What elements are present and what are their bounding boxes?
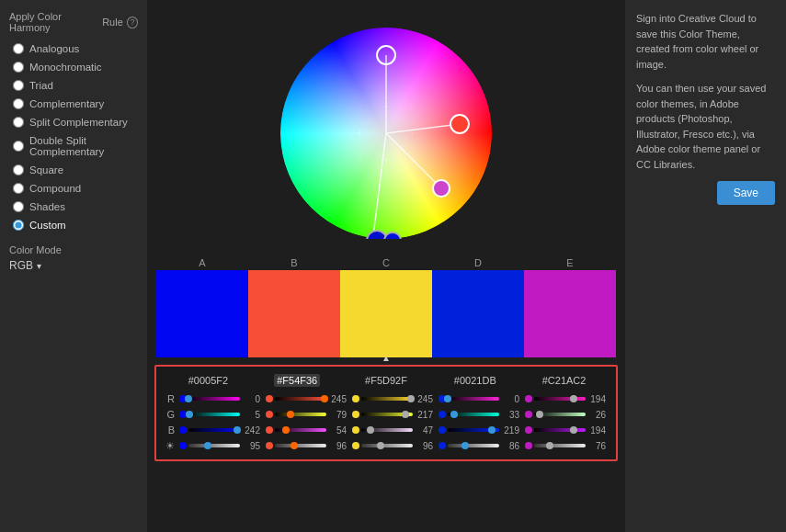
channel-thumb-R-4[interactable]	[570, 395, 577, 402]
channel-track-R-0[interactable]	[188, 397, 240, 401]
channel-track-B-3[interactable]	[448, 428, 499, 432]
radio-item-triad[interactable]: Triad	[9, 77, 138, 94]
channel-dot-G-2	[352, 411, 359, 418]
channel-group-B-2: 47	[349, 425, 436, 436]
channel-thumb-B-4[interactable]	[570, 426, 577, 434]
channel-track-G-3[interactable]	[448, 413, 499, 416]
channel-thumb-L-0[interactable]	[204, 442, 211, 449]
channel-value-L-2: 96	[415, 441, 433, 451]
radio-item-double-split-complementary[interactable]: Double Split Complementary	[9, 132, 138, 160]
channel-label-L: ☀	[164, 440, 175, 452]
channel-value-R-4: 194	[587, 394, 606, 404]
radio-item-split-complementary[interactable]: Split Complementary	[9, 114, 138, 130]
channel-value-L-4: 76	[587, 441, 606, 451]
help-icon[interactable]: ?	[127, 17, 138, 28]
swatch-expand-arrow: ▲	[382, 353, 391, 363]
channel-thumb-G-2[interactable]	[402, 411, 409, 418]
channel-thumb-G-0[interactable]	[186, 411, 193, 418]
hex-value-3: #0021DB	[454, 375, 496, 386]
channel-thumb-B-1[interactable]	[282, 426, 290, 434]
save-button[interactable]: Save	[717, 181, 775, 205]
handle-top[interactable]	[377, 46, 395, 64]
channel-track-G-4[interactable]	[534, 413, 586, 416]
handle-bottom-2[interactable]	[384, 232, 401, 239]
channel-track-G-0[interactable]	[188, 413, 240, 416]
swatch-E[interactable]	[524, 270, 616, 357]
swatch-C[interactable]: ▲	[340, 270, 432, 357]
channel-thumb-G-1[interactable]	[287, 411, 294, 418]
radio-item-custom[interactable]: Custom	[9, 217, 138, 233]
radio-item-complementary[interactable]: Complementary	[9, 96, 138, 112]
radio-item-analogous[interactable]: Analogous	[9, 40, 138, 57]
channel-thumb-R-0[interactable]	[185, 395, 192, 402]
color-wheel-container[interactable]	[280, 28, 492, 239]
channel-track-B-0[interactable]	[188, 428, 240, 432]
channel-dot-B-0	[179, 426, 187, 434]
channel-track-L-4[interactable]	[534, 444, 586, 447]
radio-item-monochromatic[interactable]: Monochromatic	[9, 59, 138, 75]
channel-group-L-4: 76	[522, 441, 609, 451]
channel-thumb-L-1[interactable]	[290, 442, 298, 449]
channel-thumb-R-2[interactable]	[407, 395, 415, 402]
channel-group-B-4: 194	[522, 425, 609, 436]
channel-thumb-R-3[interactable]	[444, 395, 451, 402]
hex-cell-2[interactable]: #F5D92F	[342, 374, 431, 387]
channel-track-L-1[interactable]	[275, 444, 326, 447]
channel-track-B-4[interactable]	[534, 428, 586, 432]
channel-track-L-2[interactable]	[361, 444, 413, 447]
channel-track-R-3[interactable]	[448, 397, 499, 401]
channel-track-R-1[interactable]	[275, 397, 326, 401]
handle-lower-right[interactable]	[433, 180, 450, 197]
handle-right[interactable]	[450, 115, 469, 133]
channel-group-R-4: 194	[522, 394, 609, 404]
channel-group-G-1: 79	[263, 410, 349, 420]
channel-group-L-1: 96	[263, 441, 349, 451]
color-mode-dropdown-arrow: ▾	[37, 261, 41, 271]
left-panel: Apply Color Harmony Rule ? AnalogousMono…	[0, 0, 147, 532]
channel-thumb-B-3[interactable]	[488, 426, 496, 434]
channel-value-B-3: 219	[501, 425, 519, 436]
hex-cell-4[interactable]: #C21AC2	[519, 374, 609, 387]
channel-track-G-2[interactable]	[361, 413, 413, 416]
color-mode-select[interactable]: RGB ▾	[9, 259, 138, 272]
channel-track-L-0[interactable]	[188, 444, 240, 447]
channel-group-B-1: 54	[263, 425, 349, 436]
harmony-label-custom: Custom	[29, 220, 66, 231]
channel-group-G-4: 26	[522, 410, 609, 420]
channel-thumb-G-4[interactable]	[536, 411, 543, 418]
channel-dot-L-4	[525, 442, 532, 449]
channel-thumb-L-3[interactable]	[461, 442, 469, 449]
wheel-area	[147, 0, 625, 257]
panel-subtitle-text: Rule	[102, 17, 123, 28]
harmony-label-shades: Shades	[29, 201, 65, 212]
channel-track-L-3[interactable]	[448, 444, 499, 447]
channel-thumb-L-4[interactable]	[546, 442, 553, 449]
swatch-label-C: C	[340, 257, 432, 268]
channel-thumb-R-1[interactable]	[321, 395, 328, 402]
channel-thumb-G-3[interactable]	[450, 411, 458, 418]
channel-track-B-2[interactable]	[361, 428, 413, 432]
hex-cell-0[interactable]: #0005F2	[164, 374, 253, 387]
hex-cell-3[interactable]: #0021DB	[430, 374, 519, 387]
channel-group-G-0: 5	[177, 410, 263, 420]
panel-title: Apply Color Harmony Rule ?	[9, 11, 138, 33]
radio-item-compound[interactable]: Compound	[9, 180, 138, 197]
radio-item-shades[interactable]: Shades	[9, 198, 138, 215]
channel-track-G-1[interactable]	[275, 413, 326, 416]
swatches-row[interactable]: ▲	[156, 270, 616, 357]
channel-group-R-2: 245	[349, 394, 436, 404]
channel-group-L-2: 96	[349, 441, 436, 451]
channel-track-R-2[interactable]	[361, 397, 413, 401]
channel-thumb-B-2[interactable]	[367, 426, 374, 434]
channel-thumb-B-0[interactable]	[234, 426, 241, 434]
radio-item-square[interactable]: Square	[9, 162, 138, 178]
channel-value-G-0: 5	[242, 410, 260, 420]
hex-cell-1[interactable]: #F54F36	[253, 374, 342, 387]
harmony-label-split-complementary: Split Complementary	[29, 117, 128, 128]
swatch-A[interactable]	[156, 270, 248, 357]
channel-thumb-L-2[interactable]	[377, 442, 384, 449]
swatch-B[interactable]	[248, 270, 340, 357]
swatch-D[interactable]	[432, 270, 524, 357]
channel-track-R-4[interactable]	[534, 397, 586, 401]
channel-track-B-1[interactable]	[275, 428, 326, 432]
